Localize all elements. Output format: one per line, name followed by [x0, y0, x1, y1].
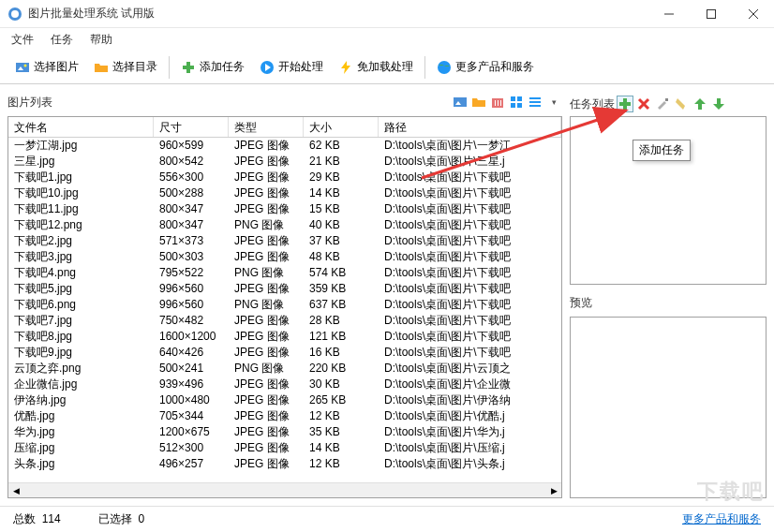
task-down-button[interactable] — [710, 96, 727, 112]
app-icon — [7, 7, 22, 22]
h-scrollbar[interactable]: ◀ ▶ — [8, 482, 561, 497]
table-row[interactable]: 下载吧12.png800×347PNG 图像40 KBD:\tools\桌面\图… — [8, 217, 561, 233]
scroll-right-icon[interactable]: ▶ — [546, 483, 561, 497]
play-icon — [260, 60, 275, 75]
image-list: 文件名 尺寸 类型 大小 路径 一梦江湖.jpg960×599JPEG 图像62… — [7, 116, 562, 498]
table-row[interactable]: 下载吧10.jpg500×288JPEG 图像14 KBD:\tools\桌面\… — [8, 185, 561, 201]
task-config-button[interactable] — [654, 96, 671, 112]
table-row[interactable]: 下载吧9.jpg640×426JPEG 图像16 KBD:\tools\桌面\图… — [8, 345, 561, 361]
preview-title: 预览 — [570, 295, 592, 311]
status-selected: 已选择 0 — [98, 511, 144, 527]
col-type[interactable]: 类型 — [229, 117, 304, 137]
separator — [169, 56, 170, 79]
start-label: 开始处理 — [278, 59, 323, 75]
task-up-button[interactable] — [692, 96, 708, 112]
select-dir-button[interactable]: 选择目录 — [88, 56, 163, 78]
more-label: 更多产品和服务 — [455, 59, 534, 75]
svg-rect-20 — [500, 100, 501, 106]
svg-rect-24 — [517, 103, 522, 108]
col-size[interactable]: 大小 — [304, 117, 379, 137]
table-row[interactable]: 压缩.jpg512×300JPEG 图像14 KBD:\tools\桌面\图片\… — [8, 440, 561, 456]
task-list[interactable]: 添加任务 — [570, 116, 767, 285]
start-button[interactable]: 开始处理 — [254, 56, 329, 78]
add-task-label: 添加任务 — [200, 59, 245, 75]
svg-rect-15 — [454, 97, 467, 107]
menu-help[interactable]: 帮助 — [90, 32, 112, 48]
more-button[interactable]: 更多产品和服务 — [431, 56, 540, 78]
free-load-button[interactable]: 免加载处理 — [333, 56, 419, 78]
col-path[interactable]: 路径 — [379, 117, 561, 137]
folder-add-icon[interactable] — [470, 94, 487, 111]
table-row[interactable]: 三星.jpg800×542JPEG 图像21 KBD:\tools\桌面\图片\… — [8, 154, 561, 170]
task-clear-button[interactable] — [673, 96, 690, 112]
table-row[interactable]: 企业微信.jpg939×496JPEG 图像30 KBD:\tools\桌面\图… — [8, 377, 561, 392]
menubar: 文件 任务 帮助 — [0, 28, 774, 51]
svg-rect-21 — [511, 96, 515, 101]
table-row[interactable]: 华为.jpg1200×675JPEG 图像35 KBD:\tools\桌面\图片… — [8, 424, 561, 440]
add-task-button[interactable]: 添加任务 — [175, 56, 250, 78]
menu-task[interactable]: 任务 — [51, 32, 73, 48]
scroll-left-icon[interactable]: ◀ — [8, 483, 23, 497]
menu-file[interactable]: 文件 — [11, 32, 34, 48]
free-load-label: 免加载处理 — [357, 59, 413, 75]
table-row[interactable]: 头条.jpg496×257JPEG 图像12 KBD:\tools\桌面\图片\… — [8, 456, 561, 472]
task-list-title: 任务列表 — [570, 96, 615, 112]
table-row[interactable]: 下载吧2.jpg571×373JPEG 图像37 KBD:\tools\桌面\图… — [8, 233, 561, 249]
maximize-button[interactable] — [690, 0, 732, 28]
table-row[interactable]: 云顶之弈.png500×241PNG 图像220 KBD:\tools\桌面\图… — [8, 361, 561, 377]
image-list-title: 图片列表 — [7, 95, 52, 111]
list-icon[interactable] — [527, 94, 543, 111]
scroll-track[interactable] — [23, 483, 546, 497]
table-row[interactable]: 下载吧7.jpg750×482JPEG 图像28 KBD:\tools\桌面\图… — [8, 313, 561, 329]
svg-marker-34 — [713, 98, 724, 110]
right-panel: 任务列表 添加任务 预览 — [570, 92, 767, 498]
select-image-label: 选择图片 — [34, 59, 79, 75]
dropdown-icon[interactable]: ▾ — [545, 94, 562, 111]
table-row[interactable]: 伊洛纳.jpg1000×480JPEG 图像265 KBD:\tools\桌面\… — [8, 392, 561, 408]
table-row[interactable]: 一梦江湖.jpg960×599JPEG 图像62 KBD:\tools\桌面\图… — [8, 138, 561, 154]
table-row[interactable]: 下载吧1.jpg556×300JPEG 图像29 KBD:\tools\桌面\图… — [8, 170, 561, 185]
plus-icon — [181, 60, 196, 75]
globe-icon — [437, 60, 452, 75]
titlebar: 图片批量处理系统 试用版 — [0, 0, 774, 28]
svg-rect-22 — [517, 96, 522, 101]
bolt-icon — [338, 60, 353, 75]
toolbar: 选择图片 选择目录 添加任务 开始处理 免加载处理 更多产品和服务 — [0, 51, 774, 84]
table-row[interactable]: 下载吧6.png996×560PNG 图像637 KBD:\tools\桌面\图… — [8, 297, 561, 313]
minimize-button[interactable] — [647, 0, 690, 28]
select-dir-label: 选择目录 — [112, 59, 157, 75]
task-add-button[interactable] — [617, 96, 633, 112]
status-total: 总数 114 — [13, 511, 61, 527]
svg-point-14 — [438, 61, 451, 74]
svg-rect-6 — [16, 63, 29, 72]
image-add-icon[interactable] — [452, 94, 469, 111]
list-body[interactable]: 一梦江湖.jpg960×599JPEG 图像62 KBD:\tools\桌面\图… — [8, 138, 561, 482]
svg-rect-32 — [665, 98, 668, 101]
view-icon[interactable] — [508, 94, 525, 111]
col-dim[interactable]: 尺寸 — [154, 117, 229, 137]
image-list-toolbar: ▾ — [452, 94, 562, 111]
task-header: 任务列表 — [570, 92, 767, 116]
select-image-button[interactable]: 选择图片 — [9, 56, 84, 78]
svg-point-8 — [24, 64, 27, 66]
more-products-link[interactable]: 更多产品和服务 — [682, 511, 761, 527]
table-row[interactable]: 下载吧3.jpg500×303JPEG 图像48 KBD:\tools\桌面\图… — [8, 249, 561, 265]
remove-icon[interactable] — [489, 94, 506, 111]
col-name[interactable]: 文件名 — [8, 117, 154, 137]
table-row[interactable]: 下载吧8.jpg1600×1200JPEG 图像121 KBD:\tools\桌… — [8, 329, 561, 345]
close-button[interactable] — [732, 0, 774, 28]
task-delete-button[interactable] — [635, 96, 652, 112]
table-row[interactable]: 下载吧5.jpg996×560JPEG 图像359 KBD:\tools\桌面\… — [8, 281, 561, 297]
svg-marker-33 — [694, 98, 706, 110]
main-area: 图片列表 ▾ 文件名 尺寸 类型 大小 路径 一梦江湖.jpg960×599JP… — [0, 84, 774, 506]
svg-rect-25 — [529, 97, 541, 99]
left-panel: 图片列表 ▾ 文件名 尺寸 类型 大小 路径 一梦江湖.jpg960×599JP… — [7, 92, 562, 498]
table-row[interactable]: 优酷.jpg705×344JPEG 图像12 KBD:\tools\桌面\图片\… — [8, 408, 561, 424]
svg-marker-13 — [341, 61, 350, 74]
table-row[interactable]: 下载吧4.png795×522PNG 图像574 KBD:\tools\桌面\图… — [8, 265, 561, 281]
preview-box — [570, 317, 767, 498]
folder-icon — [94, 60, 109, 75]
svg-rect-26 — [529, 101, 541, 103]
table-row[interactable]: 下载吧11.jpg800×347JPEG 图像15 KBD:\tools\桌面\… — [8, 201, 561, 217]
svg-rect-27 — [529, 105, 541, 107]
